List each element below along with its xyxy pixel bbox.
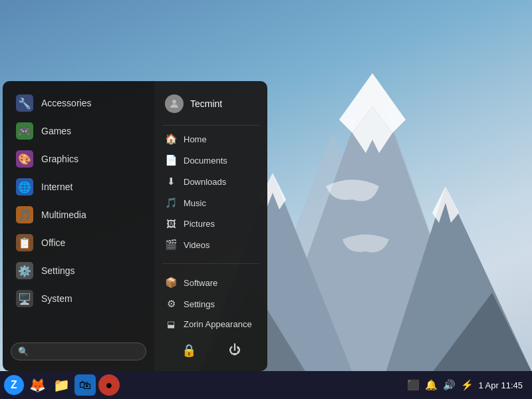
search-icon: 🔍 (18, 346, 29, 356)
documents-icon: 📄 (165, 154, 177, 166)
svg-point-11 (172, 100, 176, 104)
downloads-icon: ⬇ (165, 176, 177, 188)
place-videos[interactable]: 🎬 Videos (154, 234, 267, 255)
volume-icon[interactable]: 🔊 (443, 379, 456, 391)
system-icon: 🖥️ (16, 290, 33, 307)
section-gap (154, 255, 267, 261)
settings-place-icon: ⚙ (165, 298, 177, 310)
software-icon: 📦 (165, 277, 177, 289)
zorin-appearance-icon: ⬓ (165, 319, 177, 329)
system-zorin-appearance[interactable]: ⬓ Zorin Appearance (154, 315, 267, 334)
divider-1 (162, 125, 259, 126)
category-accessories[interactable]: 🔧 Accessories (5, 89, 152, 117)
category-graphics[interactable]: 🎨 Graphics (5, 145, 152, 173)
pictures-icon: 🖼 (165, 218, 177, 229)
zorin-connect-button[interactable]: ● (98, 374, 120, 396)
system-settings[interactable]: ⚙ Settings (154, 293, 267, 315)
internet-icon: 🌐 (16, 178, 33, 196)
firefox-button[interactable]: 🦊 (27, 374, 48, 396)
search-area: 🔍 (3, 336, 154, 366)
places-panel: Tecmint 🏠 Home 📄 Documents ⬇ Downloads 🎵… (154, 81, 267, 371)
zorin-menu-button[interactable]: Z (4, 375, 24, 395)
power-button[interactable]: ⏻ (222, 340, 247, 360)
settings-icon: ⚙️ (16, 262, 33, 279)
place-home[interactable]: 🏠 Home (154, 128, 267, 150)
search-input[interactable] (33, 346, 139, 356)
accessories-icon: 🔧 (16, 94, 33, 112)
taskbar: Z 🦊 📁 🛍 ● ⬛ 🔔 🔊 ⚡ 1 Apr 11:45 (0, 371, 532, 399)
category-internet[interactable]: 🌐 Internet (5, 173, 152, 201)
category-games[interactable]: 🎮 Games (5, 117, 152, 145)
files-button[interactable]: 📁 (51, 374, 72, 396)
section-gap-2 (154, 267, 267, 272)
store-button[interactable]: 🛍 (74, 374, 96, 396)
search-box[interactable]: 🔍 (11, 342, 146, 360)
music-icon: 🎵 (165, 197, 177, 209)
notifications-icon[interactable]: 🔔 (425, 379, 438, 391)
office-icon: 📋 (16, 234, 33, 251)
lock-button[interactable]: 🔒 (175, 340, 203, 360)
place-documents[interactable]: 📄 Documents (154, 150, 267, 171)
app-menu: 🔧 Accessories 🎮 Games 🎨 Graphics 🌐 Inter… (3, 81, 267, 371)
clock: 1 Apr 11:45 (479, 380, 523, 390)
graphics-icon: 🎨 (16, 150, 33, 168)
games-icon: 🎮 (16, 122, 33, 140)
taskbar-left: Z 🦊 📁 🛍 ● (4, 374, 407, 396)
multimedia-icon: 🎵 (16, 206, 33, 223)
bottom-actions: 🔒 ⏻ (154, 334, 267, 364)
home-icon: 🏠 (165, 133, 177, 145)
taskbar-right: ⬛ 🔔 🔊 ⚡ 1 Apr 11:45 (407, 379, 529, 391)
place-downloads[interactable]: ⬇ Downloads (154, 171, 267, 192)
power-status-icon[interactable]: ⚡ (461, 379, 473, 391)
category-settings[interactable]: ⚙️ Settings (5, 257, 152, 285)
place-music[interactable]: 🎵 Music (154, 192, 267, 213)
system-software[interactable]: 📦 Software (154, 272, 267, 293)
category-system[interactable]: 🖥️ System (5, 285, 152, 313)
videos-icon: 🎬 (165, 239, 177, 251)
user-section: Tecmint (154, 88, 267, 122)
category-panel: 🔧 Accessories 🎮 Games 🎨 Graphics 🌐 Inter… (3, 81, 154, 371)
avatar (165, 94, 184, 113)
category-multimedia[interactable]: 🎵 Multimedia (5, 201, 152, 229)
place-pictures[interactable]: 🖼 Pictures (154, 213, 267, 234)
username: Tecmint (190, 98, 222, 109)
category-office[interactable]: 📋 Office (5, 229, 152, 257)
divider-2 (162, 263, 259, 264)
display-icon[interactable]: ⬛ (407, 379, 420, 391)
